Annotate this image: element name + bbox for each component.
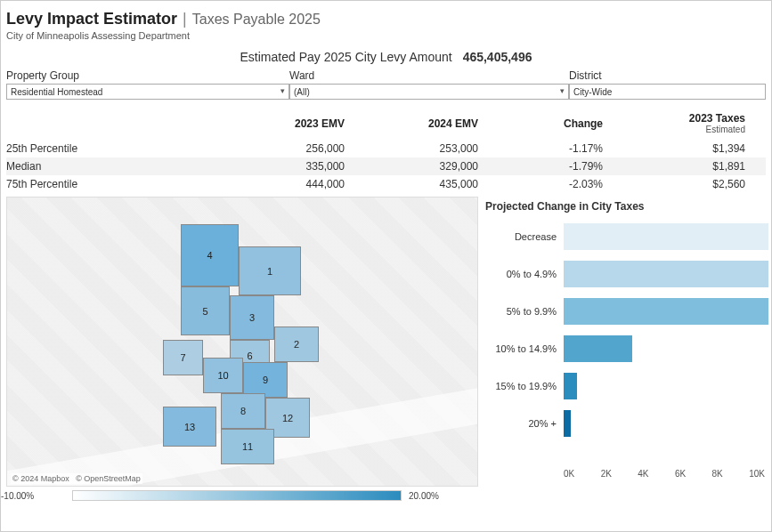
header: Levy Impact Estimator | Taxes Payable 20… xyxy=(1,1,771,43)
bar-label: 0% to 4.9% xyxy=(485,269,564,279)
title-separator: | xyxy=(183,10,187,28)
bar-row: 0% to 4.9% xyxy=(485,255,768,293)
bar-chart[interactable]: Decrease0% to 4.9%5% to 9.9%10% to 14.9%… xyxy=(485,218,768,467)
legend-gradient xyxy=(72,490,402,501)
ward-9[interactable]: 9 xyxy=(243,362,288,398)
title-subtitle: Taxes Payable 2025 xyxy=(192,12,321,28)
table-body: 25th Percentile256,000253,000-1.17%$1,39… xyxy=(6,140,766,193)
bar-decrease[interactable] xyxy=(564,223,768,250)
cell-change: -1.17% xyxy=(496,142,621,155)
ward-13[interactable]: 13 xyxy=(163,407,216,447)
ward-11[interactable]: 11 xyxy=(221,429,274,464)
row-label: 75th Percentile xyxy=(6,178,247,190)
table-header: 2023 EMV 2024 EMV Change 2023 Taxes Esti… xyxy=(6,107,766,140)
bar-chart-title: Projected Change in City Taxes xyxy=(485,200,768,213)
levy-label: Estimated Pay 2025 City Levy Amount xyxy=(240,50,452,64)
cell-2024-emv: 253,000 xyxy=(362,142,496,155)
bar-label: 20% + xyxy=(485,418,564,429)
filter-bar: Property Group Residential Homestead ▾ W… xyxy=(1,68,771,103)
select-value: Residential Homestead xyxy=(11,87,102,97)
bar-row: Decrease xyxy=(485,218,768,255)
ward-1[interactable]: 1 xyxy=(239,246,301,295)
levy-summary: Estimated Pay 2025 City Levy Amount 465,… xyxy=(1,50,771,64)
filter-district: District City-Wide xyxy=(569,69,766,100)
bar-row: 20% + xyxy=(485,405,768,442)
table-row: 75th Percentile444,000435,000-2.03%$2,56… xyxy=(6,175,766,193)
chevron-down-icon: ▾ xyxy=(560,86,565,95)
axis-tick: 8K xyxy=(712,469,723,479)
attrib-mapbox: © 2024 Mapbox xyxy=(12,474,69,483)
filter-label: Property Group xyxy=(6,69,289,82)
table-row: 25th Percentile256,000253,000-1.17%$1,39… xyxy=(6,140,766,157)
property-group-select[interactable]: Residential Homestead ▾ xyxy=(6,84,289,100)
cell-taxes: $2,560 xyxy=(621,178,763,190)
bar-0-to-4-9-[interactable] xyxy=(564,261,768,287)
filter-ward: Ward (All) ▾ xyxy=(289,69,569,100)
bar-chart-axis: 0K2K4K6K8K10K xyxy=(485,469,768,479)
map-legend: -10.00% 20.00% xyxy=(1,487,771,501)
bar-5-to-9-9-[interactable] xyxy=(564,298,768,325)
axis-tick: 10K xyxy=(749,469,765,479)
bar-row: 10% to 14.9% xyxy=(485,330,768,367)
table-row: Median335,000329,000-1.79%$1,891 xyxy=(6,157,766,175)
cell-2023-emv: 256,000 xyxy=(247,142,362,155)
title-main: Levy Impact Estimator xyxy=(6,10,177,28)
row-label: Median xyxy=(6,160,247,173)
filter-property-group: Property Group Residential Homestead ▾ xyxy=(6,69,289,100)
bar-label: 5% to 9.9% xyxy=(485,306,564,317)
ward-10[interactable]: 10 xyxy=(203,358,243,393)
th-2023-emv: 2023 EMV xyxy=(247,117,362,130)
department-label: City of Minneapolis Assessing Department xyxy=(6,30,759,41)
ward-map[interactable]: 41532761098121311 © 2024 Mapbox © OpenSt… xyxy=(6,197,478,487)
axis-tick: 6K xyxy=(675,469,686,479)
legend-max: 20.00% xyxy=(409,491,439,501)
bar-20-[interactable] xyxy=(564,410,571,437)
map-attribution: © 2024 Mapbox © OpenStreetMap xyxy=(11,473,142,484)
bar-row: 15% to 19.9% xyxy=(485,367,768,405)
district-display: City-Wide xyxy=(569,84,766,100)
bar-10-to-14-9-[interactable] xyxy=(564,335,632,362)
cell-2023-emv: 444,000 xyxy=(247,178,362,190)
cell-taxes: $1,891 xyxy=(621,160,763,173)
ward-8[interactable]: 8 xyxy=(221,393,265,429)
bar-chart-panel: Projected Change in City Taxes Decrease0… xyxy=(482,197,768,487)
axis-tick: 0K xyxy=(564,469,574,479)
lower-panels: 41532761098121311 © 2024 Mapbox © OpenSt… xyxy=(1,193,771,487)
cell-2024-emv: 329,000 xyxy=(362,160,496,173)
filter-label: District xyxy=(569,69,766,82)
ward-5[interactable]: 5 xyxy=(181,286,230,335)
cell-2024-emv: 435,000 xyxy=(362,178,496,190)
page-title: Levy Impact Estimator | Taxes Payable 20… xyxy=(6,10,759,28)
cell-2023-emv: 335,000 xyxy=(247,160,362,173)
ward-3[interactable]: 3 xyxy=(230,295,274,340)
th-2023-taxes: 2023 Taxes Estimated xyxy=(621,112,763,134)
select-value: City-Wide xyxy=(573,87,612,97)
ward-select[interactable]: (All) ▾ xyxy=(289,84,569,100)
filter-label: Ward xyxy=(289,69,569,82)
axis-tick: 4K xyxy=(638,469,648,479)
bar-row: 5% to 9.9% xyxy=(485,293,768,330)
ward-4[interactable]: 4 xyxy=(181,224,239,286)
th-change: Change xyxy=(496,117,621,130)
bar-label: Decrease xyxy=(485,231,564,242)
axis-tick: 2K xyxy=(601,469,612,479)
levy-value: 465,405,496 xyxy=(463,50,532,64)
cell-change: -2.03% xyxy=(496,178,621,190)
chevron-down-icon: ▾ xyxy=(280,86,285,95)
th-2024-emv: 2024 EMV xyxy=(362,117,496,130)
ward-7[interactable]: 7 xyxy=(163,340,203,375)
bar-label: 15% to 19.9% xyxy=(485,381,564,391)
th-sub: Estimated xyxy=(621,125,745,134)
bar-15-to-19-9-[interactable] xyxy=(564,373,577,399)
cell-taxes: $1,394 xyxy=(621,142,763,155)
select-value: (All) xyxy=(294,87,310,97)
percentile-table: 2023 EMV 2024 EMV Change 2023 Taxes Esti… xyxy=(1,103,771,193)
row-label: 25th Percentile xyxy=(6,142,247,155)
legend-min: -10.00% xyxy=(1,491,34,501)
bar-label: 10% to 14.9% xyxy=(485,343,564,354)
ward-2[interactable]: 2 xyxy=(274,326,319,362)
attrib-osm: © OpenStreetMap xyxy=(76,474,141,483)
cell-change: -1.79% xyxy=(496,160,621,173)
